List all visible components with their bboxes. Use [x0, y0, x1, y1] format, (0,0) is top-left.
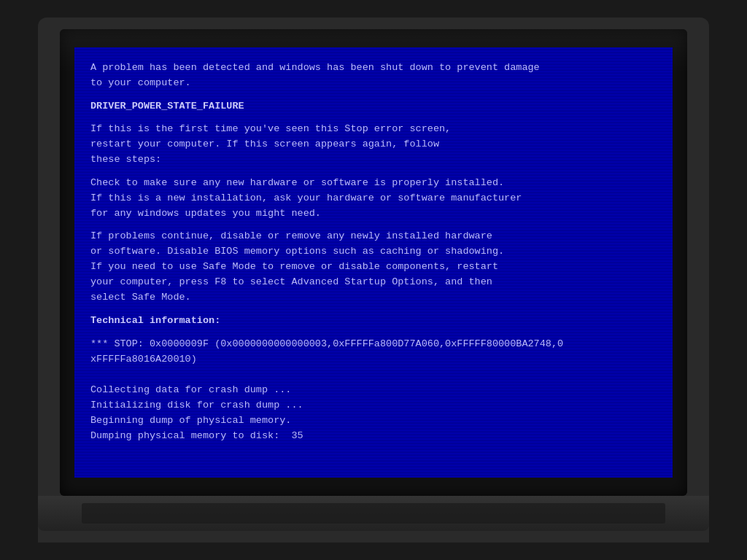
keyboard-keys: [82, 503, 665, 524]
laptop-body: A problem has been detected and windows …: [38, 18, 709, 542]
bsod-dump-4: Dumping physical memory to disk: 35: [90, 429, 657, 444]
bsod-prob-5: select Safe Mode.: [90, 290, 657, 306]
bsod-first-time-2: restart your computer. If this screen ap…: [90, 137, 657, 152]
bsod-error-code: DRIVER_POWER_STATE_FAILURE: [90, 99, 657, 114]
bsod-dump-3: Beginning dump of physical memory.: [90, 413, 657, 429]
bsod-tech-info: Technical information:: [90, 314, 657, 329]
bsod-prob-1: If problems continue, disable or remove …: [90, 229, 657, 244]
bsod-first-time-1: If this is the first time you've seen th…: [90, 122, 657, 137]
bsod-prob-2: or software. Disable BIOS memory options…: [90, 244, 657, 260]
bsod-prob-3: If you need to use Safe Mode to remove o…: [90, 260, 657, 275]
bsod-prob-4: your computer, press F8 to select Advanc…: [90, 275, 657, 290]
bsod-check-3: for any windows updates you might need.: [90, 206, 657, 222]
screen-bezel: A problem has been detected and windows …: [60, 29, 687, 496]
keyboard-bar: [38, 496, 709, 531]
bsod-check-2: If this is a new installation, ask your …: [90, 191, 657, 206]
bsod-dump-2: Initializing disk for crash dump ...: [90, 398, 657, 413]
bsod-stop-code-2: xFFFFFa8016A20010): [90, 352, 657, 368]
bsod-line-2: to your computer.: [90, 76, 657, 91]
bsod-check-1: Check to make sure any new hardware or s…: [90, 176, 657, 191]
bsod-screen: A problem has been detected and windows …: [74, 47, 673, 478]
bsod-dump-1: Collecting data for crash dump ...: [90, 383, 657, 398]
bsod-first-time-3: these steps:: [90, 152, 657, 168]
bsod-stop-code: *** STOP: 0x0000009F (0x0000000000000003…: [90, 337, 657, 352]
bsod-line-1: A problem has been detected and windows …: [90, 61, 657, 76]
